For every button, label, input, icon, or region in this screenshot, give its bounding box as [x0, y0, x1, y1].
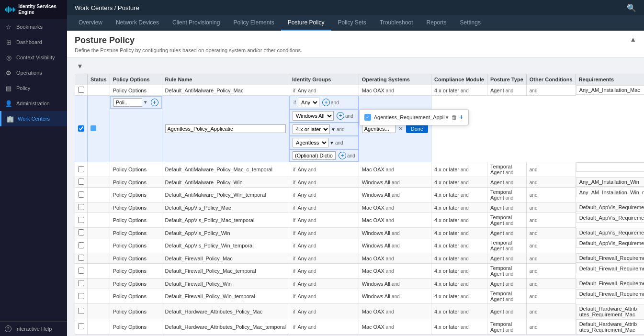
requirements-input[interactable]: [362, 124, 395, 133]
table-row: Policy Options Default_Firewall_Policy_W…: [75, 279, 644, 289]
row-requirements: Any_AM_Installation_Win_n_temporal Edit …: [576, 188, 644, 197]
row-requirements: Any_AM_Installation_Mac Edit ▼: [576, 85, 644, 95]
svg-rect-2: [8, 6, 9, 12]
checkbox-input[interactable]: [78, 204, 84, 210]
table-container: ▼ Status Policy Options Rule Name Identi…: [67, 57, 644, 336]
row-os: Mac OAX and: [359, 253, 431, 264]
page-content: ▲ Posture Policy Define the Posture Poli…: [67, 31, 644, 336]
top-navigation: Work Centers / Posture 🔍: [67, 0, 644, 15]
sidebar-label-administration: Administration: [16, 101, 50, 106]
posture-type-select[interactable]: Agentless: [293, 138, 328, 147]
checkbox-input[interactable]: [78, 280, 84, 286]
row-os-editing: Windows All + and: [289, 109, 359, 123]
checkbox-input[interactable]: [78, 179, 84, 185]
identity-groups-select[interactable]: Any: [298, 98, 319, 107]
row-os: Mac OAX and: [359, 264, 431, 279]
tab-settings[interactable]: Settings: [453, 15, 487, 31]
sidebar-item-interactive-help[interactable]: ? Interactive Help: [0, 322, 67, 336]
rule-name-input[interactable]: [165, 124, 286, 133]
row-status: [88, 228, 110, 238]
checkbox-input[interactable]: [78, 166, 84, 172]
expand-icon[interactable]: ▼: [75, 61, 85, 71]
requirements-clear-button[interactable]: ✕: [397, 124, 404, 133]
posture-policy-table: Status Policy Options Rule Name Identity…: [75, 74, 644, 335]
policy-options-input[interactable]: [113, 98, 142, 107]
checkbox-input[interactable]: [78, 255, 84, 261]
checkbox-input[interactable]: [78, 308, 84, 314]
add-os-button[interactable]: +: [337, 112, 344, 120]
sidebar-item-policy[interactable]: ▤ Policy: [0, 80, 67, 96]
row-if: if Any and: [289, 279, 359, 289]
row-rule-name: Default_Firewall_Policy_Mac: [162, 253, 289, 264]
policy-options-arrow[interactable]: ▼: [143, 100, 148, 105]
collapse-button[interactable]: ▲: [630, 35, 636, 43]
requirements-dropdown: ✓ Agentless_Requirement_Appli ▼ 🗑 +: [359, 109, 469, 125]
requirement-add-icon[interactable]: +: [459, 113, 463, 122]
row-requirements: Default_Firewall_Requirement_Win_tempora…: [576, 289, 644, 299]
search-icon[interactable]: 🔍: [627, 3, 636, 12]
requirement-expand-icon[interactable]: ▼: [445, 115, 450, 120]
row-os: Windows All and: [359, 238, 431, 253]
other-conditions-input[interactable]: [293, 151, 336, 160]
row-rule-name: Default_AntiMalware_Policy_Win_temporal: [162, 188, 289, 202]
checkbox-input[interactable]: [78, 268, 84, 274]
row-other: and: [526, 85, 576, 96]
tab-overview[interactable]: Overview: [72, 15, 109, 31]
row-other: and: [526, 162, 576, 177]
tab-posture-policy[interactable]: Posture Policy: [281, 15, 331, 31]
checkbox-input[interactable]: [78, 229, 84, 235]
table-row: Policy Options Default_AntiMalware_Polic…: [75, 162, 644, 177]
os-select[interactable]: Windows All: [293, 111, 334, 121]
done-button[interactable]: Done: [406, 124, 428, 133]
tab-network-devices[interactable]: Network Devices: [109, 15, 166, 31]
row-policy-options-editing[interactable]: ▼ +: [110, 96, 162, 109]
sidebar-item-administration[interactable]: 👤 Administration: [0, 96, 67, 111]
sidebar-item-work-centers[interactable]: 🏢 Work Centers: [0, 111, 67, 126]
row-policy-options: Policy Options: [110, 85, 162, 96]
add-identity-group-button[interactable]: +: [322, 99, 330, 106]
checkbox-input[interactable]: [78, 323, 84, 329]
table-row: Policy Options Default_Firewall_Policy_W…: [75, 289, 644, 304]
compliance-select[interactable]: 4.x or later: [293, 124, 330, 134]
tab-policy-sets[interactable]: Policy Sets: [331, 15, 373, 31]
checkbox-input[interactable]: [78, 87, 84, 93]
checkbox-input[interactable]: [78, 125, 84, 132]
requirement-item-label: Agentless_Requirement_Appli: [374, 114, 445, 120]
sidebar-item-dashboard[interactable]: ⊞ Dashboard: [0, 34, 67, 50]
add-policy-options-button[interactable]: +: [151, 99, 158, 106]
app-title: Identity Services Engine: [18, 4, 62, 15]
row-posture-type: Temporal Agent and: [487, 213, 526, 228]
checkbox-input[interactable]: [78, 191, 84, 198]
row-rule-name: Default_AppVis_Policy_Win_temporal: [162, 238, 289, 253]
row-status: [88, 289, 110, 304]
sidebar-item-context-visibility[interactable]: ◎ Context Visibility: [0, 50, 67, 65]
checkbox-input[interactable]: [78, 293, 84, 299]
page-header: ▲ Posture Policy Define the Posture Poli…: [67, 31, 644, 57]
add-other-condition-button[interactable]: +: [339, 152, 346, 159]
sidebar: Identity Services Engine ☆ Bookmarks ⊞ D…: [0, 0, 67, 336]
row-status: [88, 202, 110, 213]
row-policy-options: Policy Options: [110, 253, 162, 264]
row-status: [88, 253, 110, 264]
row-posture-type: Agent and: [487, 177, 526, 188]
row-checkbox[interactable]: [75, 85, 88, 96]
work-centers-icon: 🏢: [6, 115, 14, 123]
sidebar-item-operations[interactable]: ⚙ Operations: [0, 65, 67, 80]
row-rule-name-editing[interactable]: [162, 96, 289, 162]
tab-troubleshoot[interactable]: Troubleshoot: [373, 15, 420, 31]
checkbox-input[interactable]: [78, 217, 84, 223]
svg-rect-0: [5, 9, 6, 11]
tab-client-provisioning[interactable]: Client Provisioning: [166, 15, 226, 31]
row-checkbox[interactable]: [75, 96, 88, 162]
row-policy-options: Policy Options: [110, 319, 162, 335]
table-row: Policy Options Default_Hardware_Attribut…: [75, 304, 644, 319]
row-compliance: 4.x or later and: [431, 279, 487, 289]
requirement-delete-icon[interactable]: 🗑: [452, 114, 457, 121]
row-os: Mac OAX and: [359, 202, 431, 213]
tab-reports[interactable]: Reports: [419, 15, 453, 31]
checkbox-input[interactable]: [78, 242, 84, 248]
row-posture-type: Temporal Agent and: [487, 264, 526, 279]
tab-policy-elements[interactable]: Policy Elements: [226, 15, 281, 31]
row-if: if Any and: [289, 188, 359, 202]
sidebar-item-bookmarks[interactable]: ☆ Bookmarks: [0, 19, 67, 34]
